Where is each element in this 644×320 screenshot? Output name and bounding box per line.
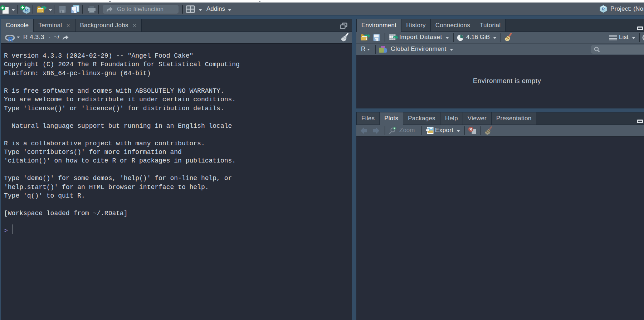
svg-text:R: R (25, 7, 28, 13)
svg-text:R: R (8, 35, 13, 42)
svg-text:R: R (602, 6, 605, 11)
